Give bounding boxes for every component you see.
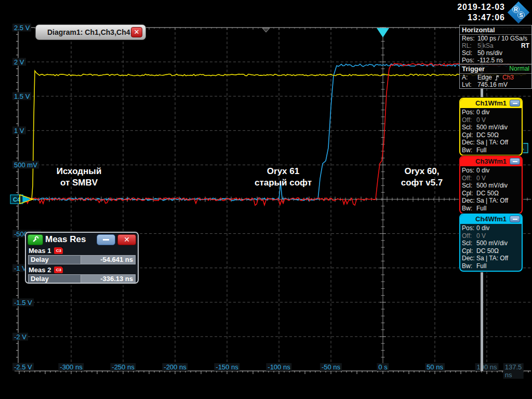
x-axis-label: -250 ns <box>110 363 136 371</box>
channel-setting-row: Scl:500 mV/div <box>462 124 520 131</box>
channel-box-ch3-header[interactable]: Ch3Wfm1 <box>460 157 522 166</box>
channel-box-ch1-header[interactable]: Ch1Wfm1 <box>460 99 522 108</box>
channel-box-ch1-title: Ch1Wfm1 <box>475 99 507 107</box>
trigger-panel-title: Trigger Normal <box>460 64 531 74</box>
minimize-icon[interactable] <box>510 216 520 222</box>
diagram-tab[interactable]: Diagram1: Ch1,Ch3,Ch4 ✕ <box>35 24 146 40</box>
y-axis-label: 1 V <box>12 127 26 135</box>
meas2-source-badge[interactable]: C3 <box>54 267 63 273</box>
channel-setting-row: Off:0 V <box>462 116 520 124</box>
waveform-plot-area[interactable]: TAC4 <box>0 0 532 399</box>
meas2-result-row: Delay -336.13 ns <box>28 274 136 284</box>
rohde-schwarz-logo-icon: R S <box>507 1 530 24</box>
waveform-annotation: Oryx 61старый софт <box>255 166 312 189</box>
meas-dialog-title: Meas Res <box>45 234 95 245</box>
x-axis-label: 100 ns <box>475 363 498 371</box>
trigger-a-row: A: Edge Ch3 <box>460 74 531 81</box>
wrench-icon <box>32 236 39 243</box>
channel-setting-row: Bw:Full <box>462 147 520 154</box>
x-axis-label: -100 ns <box>266 363 291 371</box>
channel-setting-row: Off:0 V <box>462 232 520 240</box>
rising-edge-icon <box>494 74 501 81</box>
trigger-source: Ch3 <box>502 74 514 81</box>
minimize-icon[interactable] <box>510 158 520 165</box>
channel-setting-row: Off:0 V <box>462 175 520 182</box>
rt-badge: RT <box>521 42 529 49</box>
x-axis-label: -200 ns <box>162 363 188 371</box>
channel-setting-row: Scl:500 mV/div <box>462 182 520 190</box>
date-text: 2019-12-03 <box>457 2 505 12</box>
trigger-position-marker[interactable] <box>377 28 389 37</box>
channel-box-ch1[interactable]: Ch1Wfm1 Pos:0 divOff:0 VScl:500 mV/divCp… <box>459 98 523 156</box>
reference-point-marker <box>262 28 270 32</box>
measurement-results-dialog[interactable]: Meas Res ✕ Meas 1 C3 Delay -54.641 ns Me… <box>25 232 139 284</box>
rl-row: RL: 5 kSa RT <box>460 42 531 49</box>
y-axis-label: 2.5 V <box>12 24 31 32</box>
meas1-value: -54.641 ns <box>81 255 136 264</box>
datetime-display: 2019-12-03 13:47:06 <box>457 2 505 23</box>
channel-setting-row: Cpl:DC 50Ω <box>462 247 520 255</box>
trigger-mode: Normal <box>509 65 529 73</box>
channel-setting-row: Dec:Sa | TA: Off <box>462 197 520 205</box>
y-axis-label: -2 V <box>12 332 28 340</box>
trigger-lvl-row: Lvl: 745.16 mV <box>460 81 531 88</box>
x-axis-label: 0 s <box>377 363 389 371</box>
diagram-tab-label: Diagram1: Ch1,Ch3,Ch4 <box>47 28 131 36</box>
channel-box-ch4-header[interactable]: Ch4Wfm1 <box>460 215 522 224</box>
channel-setting-row: Dec:Sa | TA: Off <box>462 139 520 147</box>
y-axis-label: 500 mV <box>12 161 39 169</box>
y-axis-label: -1.5 V <box>12 298 34 306</box>
channel-setting-row: Scl:500 mV/div <box>462 240 520 247</box>
meas2-value: -336.13 ns <box>81 274 136 284</box>
channel-setting-row: Pos:0 div <box>462 109 520 116</box>
channel-setting-row: Bw:Full <box>462 262 520 270</box>
waveform-annotation: Исходныйот SMBV <box>57 166 102 189</box>
meas-minimize-button[interactable] <box>97 234 115 245</box>
x-axis-label: 137.5 ns <box>503 363 524 379</box>
channel-box-ch3[interactable]: Ch3Wfm1 Pos:0 divOff:0 VScl:500 mV/divCp… <box>459 156 523 214</box>
meas2-header: Meas 2 C3 <box>26 265 138 274</box>
channel-setting-row: Pos:0 div <box>462 167 520 175</box>
waveform-annotation: Oryx 60,софт v5.7 <box>401 166 443 189</box>
x-axis-label: -150 ns <box>214 363 240 371</box>
time-text: 13:47:06 <box>457 12 505 23</box>
channel-setting-row: Pos:0 div <box>462 224 520 232</box>
channel-setting-row: Bw:Full <box>462 205 520 212</box>
res-row: Res: 100 ps / 10 GSa/s <box>460 35 531 42</box>
channel-setting-row: Dec:Sa | TA: Off <box>462 255 520 262</box>
x-axis-label: -300 ns <box>58 363 84 371</box>
channel-setting-row: Cpl:DC 50Ω <box>462 190 520 197</box>
meas-dialog-titlebar[interactable]: Meas Res ✕ <box>26 233 138 246</box>
x-axis-label: -50 ns <box>320 363 342 371</box>
horizontal-panel-title: Horizontal <box>460 25 531 35</box>
meas-close-button[interactable]: ✕ <box>117 234 136 245</box>
y-axis-label: -2.5 V <box>12 363 34 371</box>
meas1-param: Delay <box>28 255 81 264</box>
minimize-icon[interactable] <box>510 100 520 107</box>
meas1-header: Meas 1 C3 <box>26 246 138 255</box>
channel-box-ch4-title: Ch4Wfm1 <box>475 215 507 223</box>
meas1-source-badge[interactable]: C3 <box>54 247 63 254</box>
x-axis-label: 50 ns <box>425 363 445 371</box>
channel-box-ch3-title: Ch3Wfm1 <box>475 157 507 165</box>
meas1-result-row: Delay -54.641 ns <box>28 255 136 264</box>
channel-box-ch4[interactable]: Ch4Wfm1 Pos:0 divOff:0 VScl:500 mV/divCp… <box>459 214 523 272</box>
meas2-param: Delay <box>28 274 81 284</box>
diagram-close-button[interactable]: ✕ <box>131 27 142 37</box>
scl-row: Scl: 50 ns/div <box>460 49 531 57</box>
oscilloscope-screen: TAC4 2.5 V2 V1.5 V1 V500 mV-500 mV-1 V-1… <box>0 0 532 399</box>
meas-settings-button[interactable] <box>28 234 43 245</box>
channel-setting-row: Cpl:DC 50Ω <box>462 131 520 139</box>
y-axis-label: 1.5 V <box>12 92 31 100</box>
horizontal-trigger-panel[interactable]: Horizontal Res: 100 ps / 10 GSa/s RL: 5 … <box>459 25 532 89</box>
y-axis-label: 2 V <box>12 58 26 66</box>
pos-row: Pos: -112.5 ns <box>460 57 531 64</box>
